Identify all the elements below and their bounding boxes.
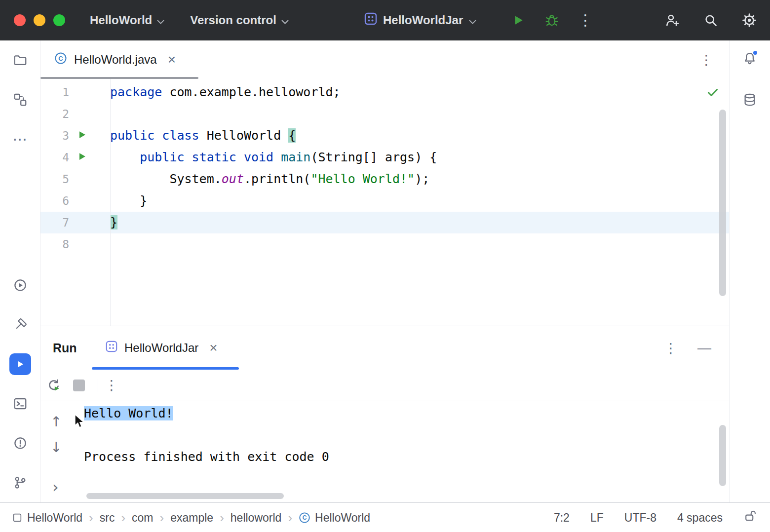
add-user-icon[interactable] (664, 12, 680, 28)
indent-indicator[interactable]: 4 spaces (677, 511, 723, 525)
code-line[interactable]: System.out.println("Hello World!"); (110, 168, 429, 190)
app-icon (364, 12, 377, 28)
zoom-window-button[interactable] (53, 14, 65, 26)
vcs-menu[interactable]: Version control (190, 13, 289, 27)
statusbar-right: 7:2 LF UTF-8 4 spaces (554, 503, 757, 532)
line-number: 2 (40, 108, 69, 120)
breadcrumb-item[interactable]: src (100, 511, 115, 525)
expand-icon[interactable]: › (52, 479, 59, 495)
class-icon: C (54, 52, 67, 68)
statusbar: HelloWorld›src›com›example›helloworld›CH… (0, 502, 770, 532)
line-number: 6 (40, 194, 69, 207)
inspections-ok-icon[interactable] (706, 86, 719, 101)
breadcrumb-label: HelloWorld (315, 511, 370, 525)
console-lines: Hello World!Process finished with exit c… (84, 403, 329, 468)
main-area: C HelloWorld.java × ⋮ 1package com.examp… (40, 40, 730, 502)
window-controls (14, 0, 65, 40)
project-icon (12, 512, 23, 523)
app-icon (106, 341, 117, 355)
up-arrow-icon[interactable]: ↑ (50, 415, 62, 429)
chevron-down-icon (469, 13, 476, 27)
breadcrumb-item[interactable]: com (132, 511, 153, 525)
console-line[interactable] (84, 424, 329, 446)
editor-line[interactable]: 4 public static void main(String[] args)… (40, 147, 729, 168)
line-ending-indicator[interactable]: LF (590, 511, 604, 525)
code-editor[interactable]: 1package com.example.helloworld;23public… (40, 79, 729, 326)
breadcrumb-item[interactable]: CHelloWorld (299, 511, 370, 525)
editor-tabbar: C HelloWorld.java × ⋮ (40, 40, 729, 79)
run-gutter-icon[interactable] (77, 151, 87, 164)
line-number: 4 (40, 151, 69, 164)
code-line[interactable]: public static void main(String[] args) { (110, 147, 437, 168)
editor-line[interactable]: 7} (40, 212, 729, 233)
console-vertical-scrollbar[interactable] (719, 425, 726, 486)
more-actions-button[interactable]: ⋮ (578, 12, 593, 28)
more-tool-windows-icon[interactable]: ⋯ (12, 131, 28, 147)
run-console[interactable]: ↑ ↓ › Hello World!Process finished with … (40, 401, 729, 503)
chevron-down-icon (157, 13, 164, 27)
code-line[interactable]: public class HelloWorld { (110, 125, 296, 147)
problems-icon[interactable] (12, 435, 28, 451)
console-horizontal-scrollbar[interactable] (86, 493, 284, 499)
terminal-icon[interactable] (12, 396, 28, 412)
close-icon[interactable]: × (209, 341, 217, 355)
console-line[interactable]: Hello World! (84, 403, 329, 424)
project-folder-icon[interactable] (12, 52, 28, 68)
close-window-button[interactable] (14, 14, 26, 26)
tab-options-button[interactable]: ⋮ (699, 40, 713, 79)
run-tool-window-button[interactable] (9, 353, 31, 375)
project-menu[interactable]: HelloWorld (90, 13, 164, 27)
editor-scrollbar[interactable] (719, 110, 726, 296)
down-arrow-icon[interactable]: ↓ (50, 441, 62, 455)
run-button[interactable] (510, 12, 526, 28)
debug-button[interactable] (544, 12, 560, 28)
services-icon[interactable] (12, 277, 28, 293)
editor-tab-label: HelloWorld.java (74, 53, 157, 67)
project-menu-label: HelloWorld (90, 13, 152, 27)
hide-panel-button[interactable]: — (697, 340, 711, 356)
editor-line[interactable]: 5 System.out.println("Hello World!"); (40, 168, 729, 190)
breadcrumb-item[interactable]: example (170, 511, 213, 525)
editor-line[interactable]: 2 (40, 103, 729, 125)
right-tool-stripe (730, 40, 770, 502)
chevron-right-icon: › (220, 511, 224, 524)
run-tab[interactable]: HelloWorldJar × (92, 326, 231, 370)
search-icon[interactable] (703, 12, 719, 28)
editor-line[interactable]: 1package com.example.helloworld; (40, 81, 729, 103)
gutter-cell (69, 129, 110, 142)
breadcrumb-label: example (170, 511, 213, 525)
rerun-icon[interactable] (45, 370, 62, 401)
breadcrumb-item[interactable]: HelloWorld (12, 511, 82, 525)
code-line[interactable]: } (110, 190, 147, 212)
editor-line[interactable]: 6 } (40, 190, 729, 212)
code-line[interactable]: } (110, 212, 117, 233)
close-icon[interactable]: × (168, 53, 176, 67)
run-configuration-selector[interactable]: HelloWorldJar (364, 0, 476, 40)
editor-tab[interactable]: C HelloWorld.java × (40, 40, 198, 79)
encoding-indicator[interactable]: UTF-8 (624, 511, 656, 525)
console-line[interactable]: Process finished with exit code 0 (84, 446, 329, 468)
line-number: 7 (40, 216, 69, 229)
chevron-down-icon (281, 13, 289, 27)
chevron-right-icon: › (121, 511, 125, 524)
structure-icon[interactable] (12, 92, 28, 108)
editor-line[interactable]: 8 (40, 233, 729, 255)
run-gutter-icon[interactable] (77, 129, 87, 142)
notifications-icon[interactable] (742, 51, 758, 67)
chevron-right-icon: › (89, 511, 93, 524)
database-icon[interactable] (742, 92, 758, 108)
line-number: 1 (40, 86, 69, 99)
lock-icon[interactable] (743, 509, 757, 526)
left-tool-stripe: ⋯ (0, 40, 40, 502)
version-control-icon[interactable] (12, 475, 28, 491)
caret-position[interactable]: 7:2 (554, 511, 570, 525)
breadcrumb-item[interactable]: helloworld (231, 511, 282, 525)
settings-icon[interactable] (741, 12, 757, 28)
build-icon[interactable] (12, 317, 28, 333)
console-options-button[interactable]: ⋮ (103, 370, 120, 401)
editor-line[interactable]: 3public class HelloWorld { (40, 125, 729, 147)
minimize-window-button[interactable] (34, 14, 45, 26)
code-line[interactable]: package com.example.helloworld; (110, 81, 341, 103)
stop-icon[interactable] (71, 370, 87, 401)
run-options-button[interactable]: ⋮ (664, 340, 678, 356)
